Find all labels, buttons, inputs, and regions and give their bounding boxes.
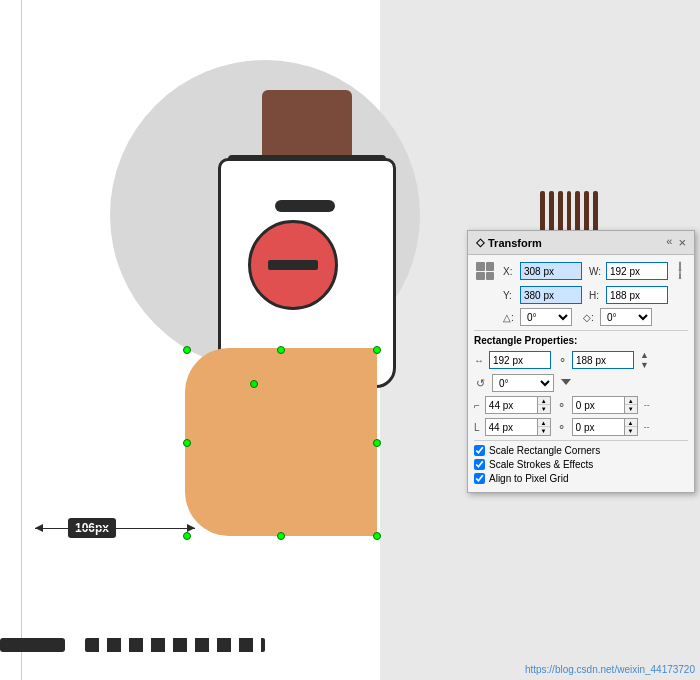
grid-cell <box>476 272 485 281</box>
rp-angle-dropdown-btn[interactable] <box>561 377 571 389</box>
align-grid-label: Align to Pixel Grid <box>489 473 568 484</box>
rp-angle-select[interactable]: 0° 90° <box>492 374 554 392</box>
bottom-dash-right <box>85 638 265 652</box>
corner3-arrows: ▲ ▼ <box>537 418 551 436</box>
up-arrow: ▲ <box>640 350 649 360</box>
rp-width-input[interactable] <box>489 351 551 369</box>
angle2-select[interactable]: 0° 45° <box>600 308 652 326</box>
corner4-down[interactable]: ▼ <box>625 427 637 435</box>
handle-bm[interactable] <box>277 532 285 540</box>
align-grid-row: Align to Pixel Grid <box>474 473 688 484</box>
corner-radius-handle[interactable] <box>250 380 258 388</box>
divider2 <box>474 440 688 441</box>
grid-cell <box>486 262 495 271</box>
cap-stripe-6 <box>584 191 589 234</box>
rp-wh-row: ↔ ⚬ ▲ ▼ <box>474 350 688 370</box>
corner-icon1: ⌐ <box>474 400 480 411</box>
corner1-arrows: ▲ ▼ <box>537 396 551 414</box>
bottle-label-bar <box>268 260 318 270</box>
scale-strokes-label: Scale Strokes & Effects <box>489 459 593 470</box>
corner2-arrows: ▲ ▼ <box>624 396 638 414</box>
corner4-input[interactable] <box>572 418 624 436</box>
cap-stripe-4 <box>567 191 572 234</box>
handle-tr[interactable] <box>373 346 381 354</box>
panel-controls: « × <box>666 235 686 250</box>
scale-strokes-checkbox[interactable] <box>474 459 485 470</box>
cap-stripe-1 <box>540 191 545 234</box>
handle-tm[interactable] <box>277 346 285 354</box>
rp-angle-row: ↺ 0° 90° <box>474 374 688 392</box>
corner1-up[interactable]: ▲ <box>538 397 550 405</box>
y-input[interactable] <box>520 286 582 304</box>
handle-ml[interactable] <box>183 439 191 447</box>
corner3-down[interactable]: ▼ <box>538 427 550 435</box>
transform-icon: ◇ <box>476 236 484 249</box>
chain-link-icon[interactable] <box>674 260 686 282</box>
scale-strokes-row: Scale Strokes & Effects <box>474 459 688 470</box>
corner2-down[interactable]: ▼ <box>625 405 637 413</box>
corner-link-icon2[interactable]: ⚬ <box>557 421 566 434</box>
orange-rounded-rect[interactable] <box>185 348 377 536</box>
panel-collapse-btn[interactable]: « <box>666 235 672 250</box>
corner3-input[interactable] <box>485 418 537 436</box>
transform-panel: ◇ Transform « × X: W: <box>467 230 695 493</box>
rp-width-icon: ↔ <box>474 355 484 366</box>
corner1-down[interactable]: ▼ <box>538 405 550 413</box>
corner-right-icon2: -- <box>644 422 650 432</box>
align-grid-checkbox[interactable] <box>474 473 485 484</box>
angle2-label: ◇: <box>583 312 597 323</box>
bottle-label <box>248 220 338 310</box>
left-toolbar <box>0 0 22 680</box>
angle-row: △: 0° 90° 180° 270° ◇: 0° 45° <box>474 308 688 326</box>
grid-icon <box>474 260 496 282</box>
bottle-cap <box>262 90 352 160</box>
corner1-input[interactable] <box>485 396 537 414</box>
handle-br[interactable] <box>373 532 381 540</box>
corner-row1: ⌐ ▲ ▼ ⚬ ▲ ▼ -- <box>474 396 688 414</box>
rp-height-input[interactable] <box>572 351 634 369</box>
scale-corners-row: Scale Rectangle Corners <box>474 445 688 456</box>
panel-title-text: Transform <box>488 237 542 249</box>
panel-body: X: W: Y: H: △: 0° 90° 180° 270° <box>468 255 694 492</box>
corner-icon2: L <box>474 422 480 433</box>
watermark: https://blog.csdn.net/weixin_44173720 <box>525 664 695 675</box>
rp-arrows-icon[interactable]: ▲ ▼ <box>640 350 649 370</box>
angle1-label: △: <box>503 312 517 323</box>
w-input[interactable] <box>606 262 668 280</box>
scale-corners-checkbox[interactable] <box>474 445 485 456</box>
corner-link-icon[interactable]: ⚬ <box>557 399 566 412</box>
h-label: H: <box>589 290 603 301</box>
handle-mr[interactable] <box>373 439 381 447</box>
angle1-select[interactable]: 0° 90° 180° 270° <box>520 308 572 326</box>
rotate-icon: ↺ <box>476 377 485 390</box>
corner1-spin: ▲ ▼ <box>485 396 551 414</box>
down-arrow: ▼ <box>640 360 649 370</box>
corner-right-icon1: -- <box>644 400 650 410</box>
w-label: W: <box>589 266 603 277</box>
corner2-input[interactable] <box>572 396 624 414</box>
corner4-spin: ▲ ▼ <box>572 418 638 436</box>
x-label: X: <box>503 266 517 277</box>
grid-cell <box>476 262 485 271</box>
cap-stripe-5 <box>575 191 580 234</box>
panel-close-btn[interactable]: × <box>678 235 686 250</box>
corner3-up[interactable]: ▲ <box>538 419 550 427</box>
corner2-up[interactable]: ▲ <box>625 397 637 405</box>
handle-bl[interactable] <box>183 532 191 540</box>
handle-tl[interactable] <box>183 346 191 354</box>
corner4-arrows: ▲ ▼ <box>624 418 638 436</box>
corner4-up[interactable]: ▲ <box>625 419 637 427</box>
yh-row: Y: H: <box>474 286 688 304</box>
cap-stripe-3 <box>558 191 563 234</box>
corner3-spin: ▲ ▼ <box>485 418 551 436</box>
svg-marker-1 <box>561 379 571 385</box>
cap-stripe-7 <box>593 191 598 234</box>
dimension-arrow <box>35 528 195 529</box>
scale-corners-label: Scale Rectangle Corners <box>489 445 600 456</box>
corner-row2: L ▲ ▼ ⚬ ▲ ▼ -- <box>474 418 688 436</box>
xw-row: X: W: <box>474 260 688 282</box>
rp-link-icon[interactable]: ⚬ <box>558 354 567 367</box>
x-input[interactable] <box>520 262 582 280</box>
grid-cell <box>486 272 495 281</box>
h-input[interactable] <box>606 286 668 304</box>
